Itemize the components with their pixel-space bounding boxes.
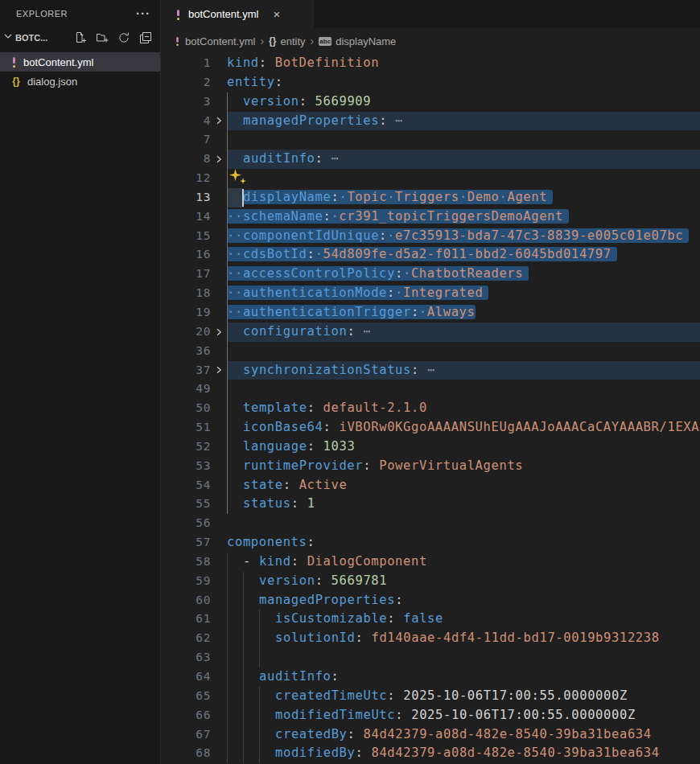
code-content[interactable]: modifiedBy: 84d42379-a08d-482e-8540-39ba… [227, 744, 700, 763]
tab-botcontent[interactable]: botContent.yml × [161, 0, 314, 28]
code-content[interactable]: ··accessControlPolicy:·ChatbotReaders [227, 265, 700, 284]
code-line[interactable]: 8auditInfo: ⋯ [161, 150, 700, 169]
code-line[interactable]: 36 [161, 342, 700, 361]
code-content[interactable]: ··schemaName:·cr391_topicTriggersDemoAge… [227, 207, 700, 227]
code-line[interactable]: 56 [161, 514, 700, 533]
code-content[interactable]: displayName:·Topic·Triggers·Demo·Agent [227, 188, 700, 207]
refresh-icon[interactable] [117, 31, 130, 44]
code-content[interactable]: auditInfo: ⋯ [227, 150, 700, 169]
code-content[interactable] [227, 130, 700, 150]
code-content[interactable] [227, 648, 700, 667]
code-line[interactable]: 60managedProperties: [161, 591, 700, 610]
fold-chevron-icon[interactable] [211, 150, 227, 169]
code-line[interactable]: 57components: [161, 533, 700, 552]
code-content[interactable]: kind: BotDefinition [227, 54, 700, 73]
code-content[interactable]: createdBy: 84d42379-a08d-482e-8540-39ba3… [227, 725, 700, 745]
code-content[interactable]: status: 1 [227, 495, 700, 514]
indent-guide [227, 552, 228, 572]
code-line[interactable]: 18··authenticationMode:·Integrated [161, 284, 700, 303]
code-line[interactable]: 63 [161, 648, 700, 667]
breadcrumb-displayname[interactable]: abc displayName [319, 35, 396, 47]
code-content[interactable]: ··cdsBotId:·54d809fe-d5a2-f011-bbd2-6045… [227, 245, 700, 265]
gutter: 3 [161, 92, 227, 112]
code-text: displayName:·Topic·Triggers·Demo·Agent [227, 188, 700, 207]
code-line[interactable]: 37synchronizationStatus: ⋯ [161, 361, 700, 380]
code-line[interactable]: 4managedProperties: ⋯ [161, 112, 700, 131]
breadcrumb-entity[interactable]: {} entity [269, 35, 305, 47]
code-line[interactable]: 13displayName:·Topic·Triggers·Demo·Agent [161, 188, 700, 207]
code-content[interactable]: - kind: DialogComponent [227, 552, 700, 572]
code-line[interactable]: 52language: 1033 [161, 437, 700, 457]
code-line[interactable]: 65createdTimeUtc: 2025-10-06T17:00:55.00… [161, 687, 700, 706]
editor[interactable]: 1kind: BotDefinition2entity:3version: 56… [161, 54, 700, 764]
code-content[interactable]: template: default-2.1.0 [227, 399, 700, 418]
code-line[interactable]: 64auditInfo: [161, 667, 700, 687]
code-line[interactable]: 55status: 1 [161, 495, 700, 514]
code-line[interactable]: 54state: Active [161, 476, 700, 495]
breadcrumb-file[interactable]: botContent.yml [174, 35, 255, 47]
code-content[interactable]: runtimeProvider: PowerVirtualAgents [227, 457, 700, 476]
code-line[interactable]: 17··accessControlPolicy:·ChatbotReaders [161, 265, 700, 284]
code-line[interactable]: 7 [161, 130, 700, 150]
fold-chevron-icon[interactable] [211, 322, 227, 342]
explorer-more-actions-icon[interactable]: ··· [136, 10, 150, 18]
code-line[interactable]: 66modifiedTimeUtc: 2025-10-06T17:00:55.0… [161, 706, 700, 725]
code-content[interactable]: isCustomizable: false [227, 610, 700, 629]
code-content[interactable] [227, 342, 700, 361]
code-line[interactable]: 3version: 5669909 [161, 92, 700, 112]
code-line[interactable]: 51iconBase64: iVBORw0KGgoAAAANSUhEUgAAAJ… [161, 418, 700, 437]
code-line[interactable]: 67createdBy: 84d42379-a08d-482e-8540-39b… [161, 725, 700, 745]
code-line[interactable]: 15··componentIdUnique:·e7c35913-bda7-47c… [161, 227, 700, 246]
close-icon[interactable]: × [273, 8, 280, 20]
code-content[interactable]: managedProperties: ⋯ [227, 112, 700, 131]
code-line[interactable]: 1kind: BotDefinition [161, 54, 700, 73]
code-content[interactable]: ··authenticationTrigger:·Always [227, 303, 700, 322]
code-content[interactable]: managedProperties: [227, 591, 700, 610]
code-content[interactable]: state: Active [227, 476, 700, 495]
code-content[interactable]: synchronizationStatus: ⋯ [227, 361, 700, 380]
code-line[interactable]: 62solutionId: fd140aae-4df4-11dd-bd17-00… [161, 629, 700, 648]
gutter: 67 [161, 725, 227, 745]
gutter: 52 [161, 437, 227, 457]
code-line[interactable]: 19··authenticationTrigger:·Always [161, 303, 700, 322]
fold-chevron-icon[interactable] [211, 112, 227, 131]
indent-guide [227, 380, 228, 399]
code-content[interactable]: configuration: ⋯ [227, 322, 700, 342]
code-content[interactable]: ··componentIdUnique:·e7c35913-bda7-47c3-… [227, 227, 700, 246]
code-line[interactable]: 59version: 5669781 [161, 572, 700, 591]
code-content[interactable]: auditInfo: [227, 667, 700, 687]
code-content[interactable]: ··authenticationMode:·Integrated [227, 284, 700, 303]
file-item-botcontent[interactable]: botContent.yml [0, 52, 160, 72]
code-line[interactable]: 20configuration: ⋯ [161, 322, 700, 342]
code-line[interactable]: 16··cdsBotId:·54d809fe-d5a2-f011-bbd2-60… [161, 245, 700, 265]
code-content[interactable] [227, 380, 700, 399]
indent-guide [227, 303, 228, 322]
code-line[interactable]: 14··schemaName:·cr391_topicTriggersDemoA… [161, 207, 700, 227]
code-content[interactable]: language: 1033 [227, 437, 700, 457]
code-content[interactable]: version: 5669909 [227, 92, 700, 112]
file-item-dialog[interactable]: dialog.json [0, 72, 160, 91]
code-content[interactable] [227, 514, 700, 533]
collapse-all-icon[interactable] [139, 31, 152, 44]
code-line[interactable]: 58- kind: DialogComponent [161, 552, 700, 572]
code-content[interactable]: version: 5669781 [227, 572, 700, 591]
new-file-icon[interactable] [74, 31, 87, 44]
code-line[interactable]: 68modifiedBy: 84d42379-a08d-482e-8540-39… [161, 744, 700, 763]
code-line[interactable]: 2entity: [161, 73, 700, 92]
code-line[interactable]: 61isCustomizable: false [161, 610, 700, 629]
code-content[interactable]: modifiedTimeUtc: 2025-10-06T17:00:55.000… [227, 706, 700, 725]
code-line[interactable]: 53runtimeProvider: PowerVirtualAgents [161, 457, 700, 476]
code-content[interactable] [227, 169, 700, 188]
code-line[interactable]: 12 [161, 169, 700, 188]
code-content[interactable]: iconBase64: iVBORw0KGgoAAAANSUhEUgAAAJoA… [227, 418, 700, 437]
code-content[interactable]: components: [227, 533, 700, 552]
code-line[interactable]: 49 [161, 380, 700, 399]
explorer-section-header[interactable]: BOTC... [0, 27, 160, 48]
code-line[interactable]: 50template: default-2.1.0 [161, 399, 700, 418]
code-content[interactable]: createdTimeUtc: 2025-10-06T17:00:55.0000… [227, 687, 700, 706]
code-content[interactable]: entity: [227, 73, 700, 92]
new-folder-icon[interactable] [96, 31, 109, 44]
code-content[interactable]: solutionId: fd140aae-4df4-11dd-bd17-0019… [227, 629, 700, 648]
fold-chevron-icon[interactable] [211, 361, 227, 380]
copilot-sparkle-icon[interactable] [229, 169, 249, 187]
